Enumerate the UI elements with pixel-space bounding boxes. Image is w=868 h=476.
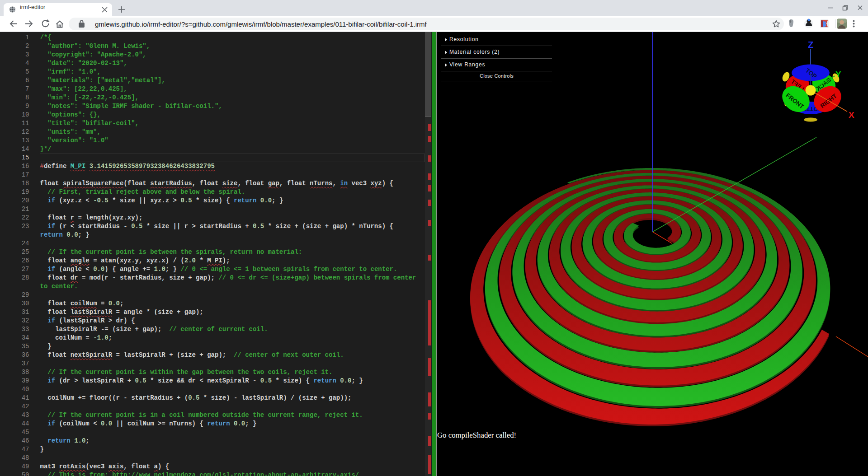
svg-text:Z: Z [808, 40, 813, 50]
svg-text:Y: Y [835, 70, 841, 79]
svg-text:X: X [849, 110, 854, 120]
